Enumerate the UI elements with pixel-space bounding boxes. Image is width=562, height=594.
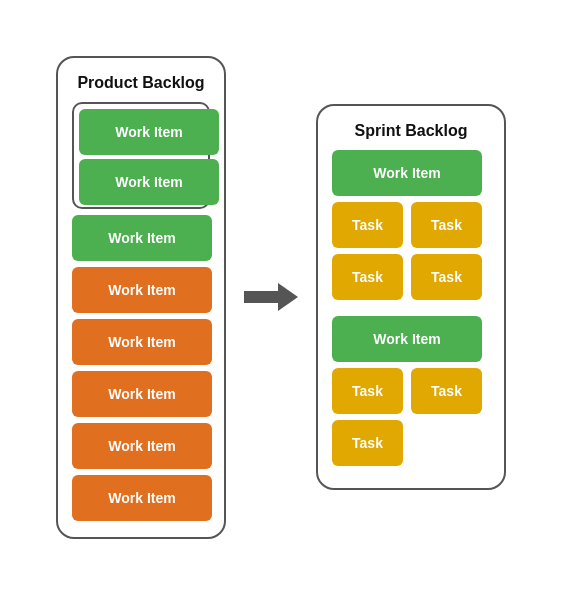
product-work-item-4: Work Item: [72, 267, 212, 313]
product-work-item-2: Work Item: [79, 159, 219, 205]
sprint-task-7: Task: [332, 420, 403, 466]
sprint-task-row-2: Task Task: [332, 254, 490, 300]
sprint-task-5: Task: [332, 368, 403, 414]
sprint-backlog-panel: Sprint Backlog Work Item Task Task Task …: [316, 104, 506, 490]
product-work-item-7: Work Item: [72, 423, 212, 469]
sprint-task-row-3: Task Task: [332, 368, 490, 414]
arrow-container: [244, 281, 298, 313]
sprint-task-3: Task: [332, 254, 403, 300]
product-work-item-5: Work Item: [72, 319, 212, 365]
sprint-group-1: Work Item Task Task Task Task: [332, 150, 490, 300]
highlighted-group: Work Item Work Item: [72, 102, 210, 209]
product-work-item-1: Work Item: [79, 109, 219, 155]
product-backlog-title: Product Backlog: [72, 74, 210, 92]
sprint-task-1: Task: [332, 202, 403, 248]
product-work-item-8: Work Item: [72, 475, 212, 521]
svg-marker-0: [244, 283, 298, 311]
sprint-task-row-4: Task: [332, 420, 490, 466]
sprint-work-item-2: Work Item: [332, 316, 482, 362]
sprint-group-2: Work Item Task Task Task: [332, 316, 490, 466]
sprint-task-4: Task: [411, 254, 482, 300]
sprint-task-6: Task: [411, 368, 482, 414]
diagram: Product Backlog Work Item Work Item Work…: [56, 56, 506, 539]
sprint-task-2: Task: [411, 202, 482, 248]
product-backlog-panel: Product Backlog Work Item Work Item Work…: [56, 56, 226, 539]
product-work-item-3: Work Item: [72, 215, 212, 261]
sprint-task-row-1: Task Task: [332, 202, 490, 248]
arrow-icon: [244, 281, 298, 313]
product-work-item-6: Work Item: [72, 371, 212, 417]
sprint-backlog-title: Sprint Backlog: [332, 122, 490, 140]
sprint-work-item-1: Work Item: [332, 150, 482, 196]
